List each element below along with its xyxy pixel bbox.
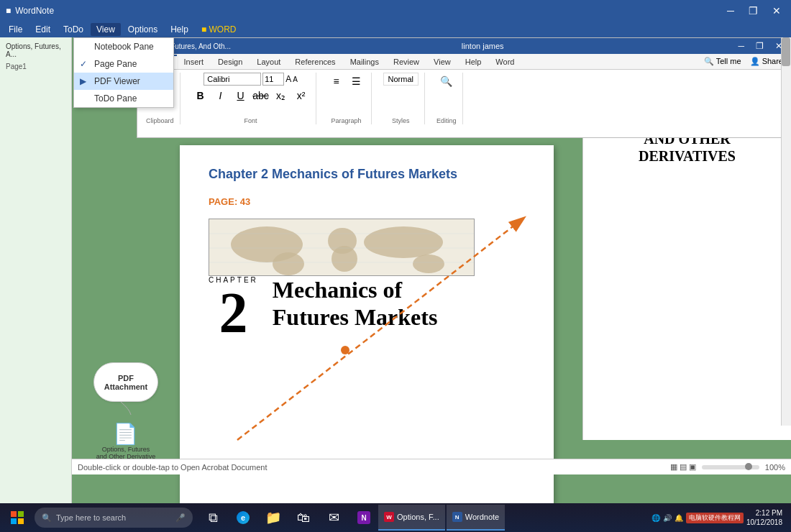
dropdown-item-page-pane[interactable]: ✓ Page Pane (74, 55, 173, 73)
ribbon-tab-references[interactable]: References (288, 55, 342, 68)
ribbon-tab-view[interactable]: View (426, 55, 458, 68)
taskbar-search[interactable]: 🔍 Type here to search 🎤 (35, 508, 193, 528)
search-editing-button[interactable]: 🔍 (438, 73, 455, 90)
align-center-button[interactable]: ☰ (348, 73, 365, 90)
bold-button[interactable]: B (192, 87, 209, 104)
taskbar-app-wordnote[interactable]: N Wordnote (447, 505, 506, 531)
ribbon-content: 📋 Paste Clipboard A A B I (137, 70, 790, 127)
notification-icon: 🔔 (675, 514, 683, 522)
right-scrollbar[interactable] (781, 37, 791, 426)
sidebar-item-doc[interactable]: Options, Futures, A... (3, 40, 68, 60)
ribbon-search[interactable]: 🔍 Tell me (700, 57, 746, 66)
check-mark-page-pane: ✓ (80, 59, 87, 69)
page-ref: PAGE: 43 (209, 196, 525, 207)
superscript-button[interactable]: x² (293, 87, 310, 104)
ribbon-tab-design[interactable]: Design (211, 55, 250, 68)
status-right: ▦ ▤ ▣ 100% (670, 462, 785, 472)
font-format-row: B I U abc x₂ x² (192, 87, 310, 104)
main-area: Options, Futures, And Oth... linton jame… (72, 37, 791, 503)
sidebar-item-page1[interactable]: Page1 (3, 60, 68, 73)
ribbon-tab-word[interactable]: Word (488, 55, 521, 68)
taskbar-clock: 2:12 PM 10/12/2018 (746, 508, 782, 527)
font-shrink-button[interactable]: A (293, 75, 298, 83)
menu-file[interactable]: File (3, 23, 28, 36)
ribbon-restore[interactable]: ❐ (752, 40, 767, 52)
pdf-file-icon: 📄 (96, 422, 156, 446)
font-grow-button[interactable]: A (285, 74, 291, 84)
taskbar: 🔍 Type here to search 🎤 ⧉ e 📁 🛍 ✉ N W Op… (0, 503, 791, 532)
start-button[interactable] (3, 503, 32, 532)
search-placeholder: Type here to search (56, 513, 126, 522)
check-mark-pdf-viewer: ▶ (80, 76, 86, 86)
file-explorer-button[interactable]: 📁 (259, 503, 288, 532)
app-icon: ■ (6, 6, 11, 16)
pdf-callout-bubble: PDFAttachment (93, 362, 158, 402)
chapter-heading-line1: Mechanics of (273, 276, 438, 303)
zoom-bar[interactable] (702, 465, 759, 469)
close-button[interactable]: ✕ (768, 4, 785, 18)
underline-button[interactable]: U (232, 87, 250, 104)
menu-todo[interactable]: ToDo (58, 23, 89, 36)
title-bar: ■ WordNote ─ ❐ ✕ (0, 0, 791, 22)
ribbon-group-editing: 🔍 Editing (431, 73, 463, 124)
menu-view[interactable]: View (91, 23, 121, 36)
taskbar-app-wordnote-label: Wordnote (465, 513, 500, 521)
ribbon-group-paragraph: ≡ ☰ Paragraph (322, 73, 372, 124)
onenote-button[interactable]: N (349, 503, 378, 532)
ribbon-tab-layout[interactable]: Layout (250, 55, 288, 68)
strikethrough-button[interactable]: abc (252, 87, 270, 104)
view-dropdown: Notebook Pane ✓ Page Pane ▶ PDF Viewer T… (73, 37, 174, 108)
ribbon-group-styles: Normal Styles (378, 73, 425, 124)
status-text: Double-click or double-tap to Open Acrob… (78, 463, 268, 472)
menu-options[interactable]: Options (122, 23, 163, 36)
left-sidebar: Options, Futures, A... Page1 (0, 37, 72, 503)
taskbar-app-options[interactable]: W Options, F... (378, 505, 445, 531)
taskbar-quick-icons: ⧉ e 📁 🛍 ✉ N (198, 503, 378, 532)
ribbon-tab-review[interactable]: Review (386, 55, 426, 68)
zoom-thumb[interactable] (745, 463, 752, 470)
windows-logo (11, 511, 24, 524)
chapter-number: 2 (209, 284, 258, 341)
dropdown-item-todo-pane[interactable]: ToDo Pane (74, 90, 173, 107)
ribbon-tab-mailings[interactable]: Mailings (343, 55, 386, 68)
app-title: WordNote (15, 6, 54, 16)
menu-bar: File Edit ToDo View Options Help ■ WORD (0, 22, 791, 37)
minimize-button[interactable]: ─ (723, 4, 739, 18)
taskview-button[interactable]: ⧉ (198, 503, 227, 532)
dropdown-item-notebook-pane[interactable]: Notebook Pane (74, 38, 173, 55)
store-button[interactable]: 🛍 (289, 503, 318, 532)
ribbon-tab-help[interactable]: Help (458, 55, 489, 68)
volume-icon: 🔊 (663, 514, 672, 522)
pdf-filename: Options, Futuresand Other Derivative (96, 446, 156, 460)
word-ribbon: Options, Futures, And Oth... linton jame… (137, 37, 791, 138)
svg-rect-13 (11, 518, 17, 524)
chapter-heading-line2: Futures Markets (273, 303, 438, 331)
menu-edit[interactable]: Edit (29, 23, 56, 36)
ribbon-minimize[interactable]: ─ (734, 40, 748, 52)
italic-button[interactable]: I (212, 87, 229, 104)
styles-normal[interactable]: Normal (383, 73, 419, 86)
taskbar-system-tray: 🌐 🔊 🔔 电脑软硬件教程网 2:12 PM 10/12/2018 (651, 508, 788, 527)
menu-help[interactable]: Help (165, 23, 194, 36)
zoom-level: 100% (765, 463, 785, 472)
status-bar: Double-click or double-tap to Open Acrob… (72, 459, 791, 474)
font-name-input[interactable] (204, 73, 261, 86)
mail-button[interactable]: ✉ (319, 503, 348, 532)
ribbon-tab-insert[interactable]: Insert (177, 55, 211, 68)
restore-button[interactable]: ❐ (744, 4, 762, 18)
ribbon-author: linton james (231, 42, 735, 50)
menu-word[interactable]: ■ WORD (196, 23, 242, 36)
callout-connector (115, 402, 137, 416)
pdf-icon-area[interactable]: 📄 Options, Futuresand Other Derivative (96, 422, 156, 460)
edge-browser-button[interactable]: e (229, 503, 257, 532)
taskbar-app-options-label: Options, F... (397, 513, 439, 521)
subscript-button[interactable]: x₂ (273, 87, 290, 104)
font-size-input[interactable] (262, 73, 284, 86)
align-left-button[interactable]: ≡ (328, 73, 345, 90)
scrollbar-thumb[interactable] (782, 37, 790, 66)
dropdown-item-pdf-viewer[interactable]: ▶ PDF Viewer (74, 73, 173, 90)
view-icons[interactable]: ▦ ▤ ▣ (670, 462, 696, 472)
ribbon-tabs: Home Insert Design Layout References Mai… (137, 54, 790, 70)
ribbon-group-font: A A B I U abc x₂ x² Font (186, 73, 316, 124)
chapter-title: Chapter 2 Mechanics of Futures Markets (209, 167, 525, 182)
